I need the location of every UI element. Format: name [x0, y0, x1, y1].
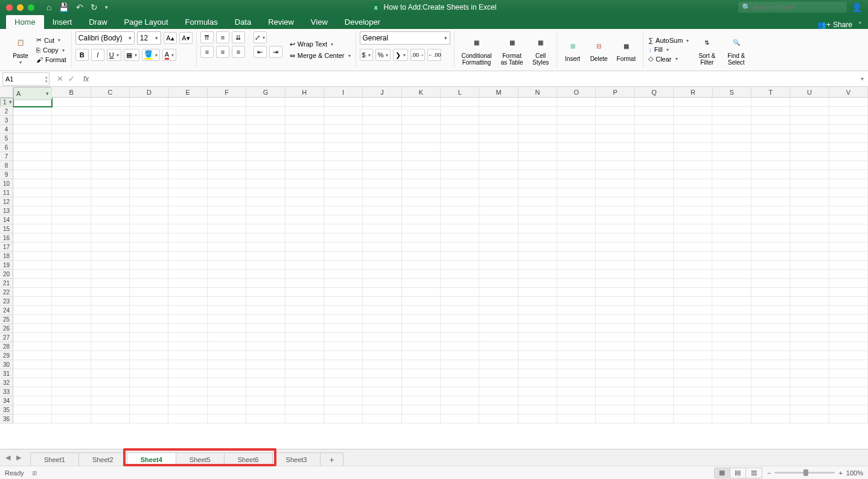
sheet-nav-next-icon[interactable]: ▶	[13, 452, 24, 463]
cell[interactable]	[246, 134, 285, 143]
cell[interactable]	[519, 396, 557, 405]
cell[interactable]	[363, 98, 401, 107]
cell[interactable]	[286, 134, 324, 143]
cell[interactable]	[13, 369, 52, 378]
align-middle-button[interactable]: ≡	[216, 31, 229, 43]
cell[interactable]	[596, 233, 634, 243]
row-header[interactable]: 33	[0, 387, 13, 396]
cell[interactable]	[519, 288, 557, 297]
cell[interactable]	[91, 360, 130, 369]
cell[interactable]	[13, 324, 52, 333]
cell[interactable]	[402, 315, 441, 324]
cell[interactable]	[479, 125, 518, 134]
cell[interactable]	[91, 288, 130, 297]
cell[interactable]	[441, 152, 479, 161]
cell[interactable]	[168, 161, 207, 170]
formula-input[interactable]	[92, 75, 856, 83]
cell[interactable]	[168, 243, 207, 252]
cell[interactable]	[752, 396, 790, 405]
cell[interactable]	[557, 414, 596, 423]
cell[interactable]	[441, 396, 479, 405]
cell[interactable]	[829, 351, 868, 360]
cell[interactable]	[479, 233, 518, 243]
cell[interactable]	[286, 333, 324, 342]
cell[interactable]	[674, 351, 712, 360]
cell[interactable]	[168, 414, 207, 423]
row-header[interactable]: 9	[0, 170, 13, 179]
cell[interactable]	[363, 261, 401, 270]
cell[interactable]	[402, 98, 441, 107]
wrap-text-button[interactable]: ↩Wrap Text	[289, 40, 352, 49]
tab-home[interactable]: Home	[6, 15, 44, 29]
cell[interactable]	[557, 116, 596, 125]
cell[interactable]	[674, 252, 712, 261]
cell[interactable]	[519, 252, 557, 261]
cell[interactable]	[52, 387, 91, 396]
cell[interactable]	[674, 206, 712, 215]
cell[interactable]	[208, 143, 246, 152]
cell[interactable]	[712, 297, 751, 306]
search-input[interactable]	[753, 4, 843, 11]
merge-center-button[interactable]: ⇔Merge & Center	[289, 51, 352, 60]
cell[interactable]	[91, 107, 130, 116]
cell[interactable]	[441, 414, 479, 423]
cell[interactable]	[324, 414, 363, 423]
cell[interactable]	[674, 396, 712, 405]
row-header[interactable]: 16	[0, 233, 13, 243]
sort-filter-button[interactable]: ⇅Sort & Filter	[695, 31, 719, 68]
cell[interactable]	[441, 297, 479, 306]
cell[interactable]	[519, 197, 557, 206]
row-header[interactable]: 31	[0, 369, 13, 378]
cell[interactable]	[790, 179, 829, 188]
cell[interactable]	[208, 306, 246, 315]
cell[interactable]	[557, 188, 596, 197]
align-center-button[interactable]: ≡	[216, 46, 229, 58]
cell[interactable]	[635, 306, 674, 315]
cell[interactable]	[52, 252, 91, 261]
cell[interactable]	[363, 315, 401, 324]
cell[interactable]	[674, 134, 712, 143]
cell[interactable]	[363, 252, 401, 261]
cell[interactable]	[519, 306, 557, 315]
cell[interactable]	[208, 233, 246, 243]
cell[interactable]	[52, 98, 91, 107]
cell[interactable]	[402, 206, 441, 215]
cell[interactable]	[752, 414, 790, 423]
cell[interactable]	[557, 333, 596, 342]
cell[interactable]	[246, 315, 285, 324]
cell[interactable]	[712, 107, 751, 116]
paste-button[interactable]: 📋 Paste ▾	[8, 31, 33, 68]
cell[interactable]	[441, 206, 479, 215]
cell[interactable]	[557, 297, 596, 306]
cell[interactable]	[168, 233, 207, 243]
cell[interactable]	[596, 170, 634, 179]
cell[interactable]	[674, 369, 712, 378]
cell[interactable]	[596, 288, 634, 297]
cell[interactable]	[790, 161, 829, 170]
find-select-button[interactable]: 🔍Find & Select	[724, 31, 748, 68]
cell[interactable]	[829, 188, 868, 197]
cell[interactable]	[130, 224, 168, 233]
column-header[interactable]: J	[363, 87, 401, 98]
row-header[interactable]: 3	[0, 116, 13, 125]
cell[interactable]	[246, 351, 285, 360]
cell[interactable]	[168, 252, 207, 261]
cell[interactable]	[324, 270, 363, 279]
cell[interactable]	[479, 197, 518, 206]
cell[interactable]	[13, 125, 52, 134]
cell[interactable]	[246, 270, 285, 279]
cell[interactable]	[402, 324, 441, 333]
cell[interactable]	[91, 279, 130, 288]
cell[interactable]	[52, 233, 91, 243]
cell[interactable]	[208, 396, 246, 405]
align-right-button[interactable]: ≡	[232, 46, 245, 58]
comma-format-button[interactable]: ❯	[393, 49, 408, 61]
cell[interactable]	[52, 107, 91, 116]
cell[interactable]	[829, 405, 868, 414]
cell[interactable]	[246, 378, 285, 387]
cell[interactable]	[790, 134, 829, 143]
cell[interactable]	[130, 143, 168, 152]
cell[interactable]	[441, 279, 479, 288]
tab-draw[interactable]: Draw	[80, 15, 115, 29]
cell[interactable]	[13, 396, 52, 405]
